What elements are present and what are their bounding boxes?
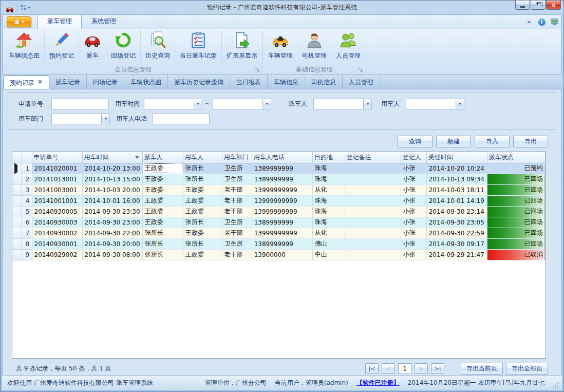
cell-registrar[interactable]: 小张 xyxy=(401,238,426,249)
table-row[interactable]: 1201410200012014-10-20 13:00王政委张所长卫生所138… xyxy=(12,163,545,174)
cell-phone[interactable]: 1389999999 xyxy=(252,163,312,174)
cell-phone[interactable]: 13900000 xyxy=(252,249,312,260)
cell-dispatcher[interactable]: 张所长 xyxy=(142,249,183,260)
cell-accept_time[interactable]: 2014-09-30 23:05 xyxy=(426,217,487,228)
resize-grip[interactable] xyxy=(553,383,559,389)
cell-user[interactable]: 王政委 xyxy=(183,184,222,195)
grid-header-dispatcher[interactable]: 派车人 xyxy=(142,152,183,163)
app-menu-button[interactable] xyxy=(7,16,31,27)
cell-remark[interactable] xyxy=(345,163,401,174)
cell-dispatcher[interactable]: 王政委 xyxy=(142,163,183,174)
cell-apply_no[interactable]: 20141001001 xyxy=(32,195,82,206)
cell-dept[interactable]: 老干部 xyxy=(222,249,252,260)
cell-use_time[interactable]: 2014-09-30 20:00 xyxy=(82,238,142,249)
ribbon-button-当日派车记录[interactable]: 当日派车记录 xyxy=(175,30,222,65)
table-row[interactable]: 2201410130012014-10-13 15:00王政委张所长卫生所138… xyxy=(12,174,545,184)
cell-remark[interactable] xyxy=(345,249,401,260)
cell-use_time[interactable]: 2014-10-20 13:00 xyxy=(82,163,142,174)
cell-phone[interactable]: 1389999999 xyxy=(252,174,312,184)
cell-apply_no[interactable]: 20140930005 xyxy=(32,206,82,217)
cell-apply_no[interactable]: 20140929002 xyxy=(32,249,82,260)
table-row[interactable]: 9201409290022014-09-30 08:00张所长王政委老干部139… xyxy=(12,249,545,260)
cell-accept_time[interactable]: 2014-10-01 14:19 xyxy=(426,195,487,206)
cell-registrar[interactable]: 小张 xyxy=(401,228,426,238)
grid-header-remark[interactable]: 登记备注 xyxy=(345,152,401,163)
cell-dest[interactable]: 从化 xyxy=(312,184,345,195)
table-row[interactable]: 8201409300012014-09-30 20:00张所长张所长卫生所138… xyxy=(12,238,545,249)
document-tab-车辆信息[interactable]: 车辆信息 xyxy=(268,76,305,89)
grid-header-accept_time[interactable]: 受理时间 xyxy=(426,152,487,163)
grid-header-use_time[interactable]: 用车时间 xyxy=(82,152,142,163)
chevron-down-icon[interactable] xyxy=(363,99,371,109)
ribbon-button-车辆管理[interactable]: 车辆管理 xyxy=(264,30,297,65)
import-button[interactable]: 导入 xyxy=(475,136,510,147)
cell-apply_no[interactable]: 20140930003 xyxy=(32,217,82,228)
cell-registrar[interactable]: 小张 xyxy=(401,206,426,217)
cell-dispatcher[interactable]: 张所长 xyxy=(142,228,183,238)
cell-dept[interactable]: 卫生所 xyxy=(222,163,252,174)
cell-use_time[interactable]: 2014-09-30 23:00 xyxy=(82,217,142,228)
pager-last-button[interactable]: >| xyxy=(431,363,444,374)
cell-use_time[interactable]: 2014-10-13 15:00 xyxy=(82,174,142,184)
cell-status[interactable]: 已回场 xyxy=(487,174,545,184)
cell-status[interactable]: 已回场 xyxy=(487,206,545,217)
cell-registrar[interactable]: 小张 xyxy=(401,217,426,228)
ribbon-button-派车[interactable]: 派车 xyxy=(79,30,106,65)
close-tab-icon[interactable]: × xyxy=(37,79,43,85)
cell-user[interactable]: 王政委 xyxy=(183,249,222,260)
cell-user[interactable]: 王政委 xyxy=(183,206,222,217)
document-tab-预约记录[interactable]: 预约记录× xyxy=(3,76,49,89)
cell-dispatcher[interactable]: 王政委 xyxy=(142,206,183,217)
cell-dest[interactable]: 珠海 xyxy=(312,174,345,184)
help-info-icon[interactable]: i xyxy=(538,18,546,26)
ribbon-tab-系统管理[interactable]: 系统管理 xyxy=(82,14,126,29)
ribbon-button-车辆状态图[interactable]: 车辆状态图 xyxy=(4,30,45,65)
pager-next-button[interactable]: > xyxy=(415,363,428,374)
cell-accept_time[interactable]: 2014-10-03 18:11 xyxy=(426,184,487,195)
dialog-launcher-icon[interactable] xyxy=(359,67,364,72)
cell-status[interactable]: 已回场 xyxy=(487,217,545,228)
ribbon-button-人员管理[interactable]: 人员管理 xyxy=(331,30,365,65)
document-tab-当日报表[interactable]: 当日报表 xyxy=(230,76,268,89)
restore-button[interactable] xyxy=(531,1,546,10)
cell-accept_time[interactable]: 2014-10-13 09:34 xyxy=(426,174,487,184)
close-button[interactable]: × xyxy=(546,1,561,10)
chevron-down-icon[interactable] xyxy=(194,99,202,109)
ribbon-tab-派车管理[interactable]: 派车管理 xyxy=(37,14,82,29)
cell-registrar[interactable]: 小张 xyxy=(401,195,426,206)
new-button[interactable]: 新建 xyxy=(436,136,471,147)
export-current-page-button[interactable]: 导出当前页 xyxy=(461,363,503,375)
cell-dispatcher[interactable]: 王政委 xyxy=(142,195,183,206)
grid-header-phone[interactable]: 用车人电话 xyxy=(252,152,312,163)
use-time-from-combo[interactable] xyxy=(144,99,202,109)
cell-remark[interactable] xyxy=(345,184,401,195)
cell-dispatcher[interactable]: 张所长 xyxy=(142,238,183,249)
cell-use_time[interactable]: 2014-09-30 23:30 xyxy=(82,206,142,217)
cell-accept_time[interactable]: 2014-09-30 23:14 xyxy=(426,206,487,217)
document-tab-派车记录[interactable]: 派车记录 xyxy=(49,76,87,89)
ribbon-button-司机管理[interactable]: 司机管理 xyxy=(297,30,331,65)
cell-dept[interactable]: 卫生所 xyxy=(222,174,252,184)
table-row[interactable]: 5201409300052014-09-30 23:30王政委王政委老干部139… xyxy=(12,206,545,217)
cell-remark[interactable] xyxy=(345,217,401,228)
ribbon-button-预约登记[interactable]: 预约登记 xyxy=(45,30,79,65)
document-tab-回场记录[interactable]: 回场记录 xyxy=(87,76,124,89)
document-tab-人员管理[interactable]: 人员管理 xyxy=(343,76,380,89)
user-combo[interactable] xyxy=(406,99,464,109)
cell-phone[interactable]: 13999999999 xyxy=(252,195,312,206)
dept-combo[interactable] xyxy=(51,114,110,124)
cell-user[interactable]: 王政委 xyxy=(183,195,222,206)
cell-dispatcher[interactable]: 王政委 xyxy=(142,174,183,184)
use-time-to-combo[interactable] xyxy=(213,99,271,109)
cell-accept_time[interactable]: 2014-09-29 21:47 xyxy=(426,249,487,260)
grid-header-user[interactable]: 用车人 xyxy=(183,152,222,163)
cell-dept[interactable]: 老干部 xyxy=(222,184,252,195)
cell-remark[interactable] xyxy=(345,228,401,238)
collapse-ribbon-icon[interactable] xyxy=(525,18,533,26)
cell-user[interactable]: 张所长 xyxy=(183,238,222,249)
cell-remark[interactable] xyxy=(345,238,401,249)
cell-use_time[interactable]: 2014-09-30 22:00 xyxy=(82,228,142,238)
cell-phone[interactable]: 13999999999 xyxy=(252,206,312,217)
cell-apply_no[interactable]: 20140930002 xyxy=(32,228,82,238)
cell-dept[interactable]: 老干部 xyxy=(222,195,252,206)
